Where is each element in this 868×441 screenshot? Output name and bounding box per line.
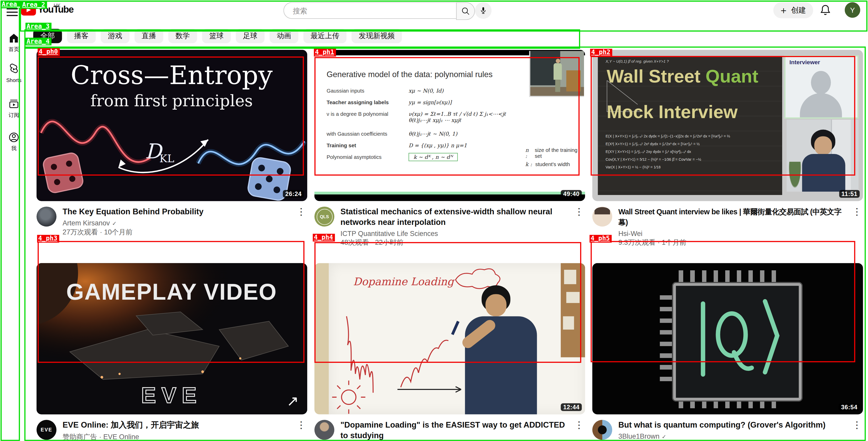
channel-avatar[interactable] <box>37 207 57 227</box>
channel-avatar[interactable]: QLS <box>314 207 334 227</box>
voice-search-button[interactable] <box>475 2 492 19</box>
ad-visit-arrow-icon: ↗ <box>287 393 299 409</box>
chip-pins <box>660 295 672 384</box>
duration-badge: 26:24 <box>283 190 304 198</box>
more-options-button[interactable]: ⋮ <box>295 420 307 441</box>
video-title[interactable]: Statistical mechanics of extensive-width… <box>340 207 573 228</box>
video-card: Generative model of the data: polynomial… <box>314 50 585 247</box>
red-die <box>42 152 84 194</box>
video-title[interactable]: Wall Street Quant interview be likes | 華… <box>618 207 851 228</box>
sidebar-item-subscriptions[interactable]: 订阅 <box>0 98 28 119</box>
more-options-button[interactable]: ⋮ <box>851 207 863 247</box>
sidebar-item-you[interactable]: 我 <box>0 131 28 152</box>
video-thumbnail[interactable]: Dopamine Loading 12:44 <box>314 263 585 414</box>
more-options-button[interactable]: ⋮ <box>851 420 863 440</box>
shorts-icon <box>8 63 20 75</box>
verified-icon: ✓ <box>112 220 117 227</box>
youtube-logo[interactable]: YouTube <box>21 4 73 16</box>
chip-pins <box>679 270 777 283</box>
more-options-button[interactable]: ⋮ <box>295 207 307 237</box>
slide-notes: n :size of the training set k :student's… <box>525 147 581 170</box>
thumb3-quant: Quant <box>705 66 758 86</box>
search-input[interactable] <box>283 2 456 19</box>
video-title[interactable]: EVE Online: 加入我们，开启宇宙之旅 <box>63 420 295 431</box>
thumb1-title-line1: Cross—Entropy <box>71 60 273 90</box>
chip-podcasts[interactable]: 播客 <box>67 29 96 43</box>
video-card: Dopamine Loading 12:44 "Dopamine Loading… <box>314 263 585 441</box>
microphone-icon <box>479 6 488 15</box>
video-title[interactable]: But what is quantum computing? (Grover's… <box>618 420 851 431</box>
channel-name[interactable]: ICTP Quantitative Life Sciences <box>340 230 573 237</box>
filter-chip-bar: 全部 播客 游戏 直播 数学 篮球 足球 动画 最近上传 发现新视频 <box>33 29 402 47</box>
subscriptions-icon <box>8 98 20 110</box>
ad-video-card: GAMEPLAY VIDEO EVE ↗ EVE EVE Online: 加入 <box>37 263 307 441</box>
channel-avatar[interactable] <box>592 420 612 440</box>
channel-name[interactable]: 3Blue1Brown✓ <box>618 433 851 440</box>
duration-badge: 12:44 <box>561 403 582 411</box>
silhouette-icon <box>800 93 842 118</box>
video-meta: 9.3万次观看 · 1个月前 <box>618 238 851 248</box>
thumb1-title-line2: from first principles <box>90 91 253 110</box>
search-button[interactable] <box>456 2 475 20</box>
chip-gaming[interactable]: 游戏 <box>101 29 130 43</box>
thumb3-mock-interview: Mock Interview <box>607 101 738 122</box>
youtube-play-icon <box>21 5 36 15</box>
sidebar-item-home[interactable]: 首页 <box>0 32 28 53</box>
cross-entropy-thumbnail-art: Cross—Entropy from first principles D KL <box>37 50 307 201</box>
channel-name[interactable]: Hsi-Wei <box>618 230 851 237</box>
chip-new-to-you[interactable]: 发现新视频 <box>351 29 402 43</box>
interviewee-webcam <box>786 120 859 192</box>
guide-menu-button[interactable] <box>5 6 19 17</box>
channel-avatar[interactable]: EVE <box>37 420 57 440</box>
chip-basketball[interactable]: 篮球 <box>202 29 231 43</box>
chip-animation[interactable]: 动画 <box>270 29 299 43</box>
video-thumbnail[interactable]: 36:54 <box>592 263 863 414</box>
notifications-button[interactable] <box>818 3 833 18</box>
thumb5-board-text: Dopamine Loading <box>353 275 454 288</box>
video-title[interactable]: The Key Equation Behind Probability <box>63 207 295 217</box>
account-circle-icon <box>8 131 20 143</box>
thumb4-eve-logo: EVE <box>141 383 202 408</box>
video-card: 36:54 But what is quantum computing? (Gr… <box>592 263 863 440</box>
channel-avatar[interactable] <box>314 420 334 440</box>
chip-all[interactable]: 全部 <box>33 29 62 43</box>
duration-badge: 36:54 <box>839 403 860 411</box>
lecturer-inset-video <box>529 51 584 97</box>
thumb1-dkl-sub: KL <box>159 152 175 165</box>
microchip <box>673 283 802 401</box>
chip-math[interactable]: 数学 <box>168 29 197 43</box>
account-avatar[interactable]: Y <box>845 2 860 18</box>
verified-icon: ✓ <box>662 434 666 440</box>
thumb3-wall-street: Wall Street <box>607 66 705 86</box>
top-bar: YouTube HK ＋ 创建 <box>0 0 868 30</box>
create-button[interactable]: ＋ 创建 <box>773 2 813 18</box>
duration-badge: 49:40 <box>561 190 582 198</box>
silhouette-icon <box>811 71 831 94</box>
chip-live[interactable]: 直播 <box>134 29 163 43</box>
video-thumbnail[interactable]: X,Y ~ U(0,1) β̂ of reg. given X+Y>1 ? Wa… <box>592 50 863 201</box>
chip-soccer[interactable]: 足球 <box>236 29 265 43</box>
video-card: X,Y ~ U(0,1) β̂ of reg. given X+Y>1 ? Wa… <box>592 50 863 247</box>
interviewer-panel: Interviewer <box>784 55 859 119</box>
video-title[interactable]: "Dopamine Loading" is the EASIEST way to… <box>340 420 573 441</box>
video-meta: 48次观看 · 22小时前 <box>340 238 573 248</box>
more-options-button[interactable]: ⋮ <box>573 420 585 441</box>
chalkboard: X,Y ~ U(0,1) β̂ of reg. given X+Y>1 ? Wa… <box>598 56 782 195</box>
more-options-button[interactable]: ⋮ <box>573 207 585 247</box>
channel-name[interactable]: Artem Kirsanov✓ <box>63 219 295 227</box>
eve-thumbnail-art: GAMEPLAY VIDEO EVE ↗ <box>37 263 307 414</box>
chip-recently-uploaded[interactable]: 最近上传 <box>303 29 347 43</box>
video-thumbnail[interactable]: GAMEPLAY VIDEO EVE ↗ <box>37 263 307 414</box>
search-icon <box>461 6 471 16</box>
video-thumbnail[interactable]: Cross—Entropy from first principles D KL <box>37 50 307 201</box>
ket-q-symbol <box>683 286 786 392</box>
mini-guide: 首页 Shorts 订阅 我 <box>0 30 28 441</box>
video-thumbnail[interactable]: Generative model of the data: polynomial… <box>314 50 585 201</box>
sidebar-item-shorts[interactable]: Shorts <box>0 63 28 83</box>
chalk-scribble: X,Y ~ U(0,1) β̂ of reg. given X+Y>1 ? <box>606 59 669 63</box>
ad-badge-and-advertiser[interactable]: 赞助商广告 · EVE Online <box>63 433 295 441</box>
region-code: HK <box>54 3 61 8</box>
channel-avatar[interactable] <box>592 207 612 227</box>
bell-icon <box>818 3 833 18</box>
plus-icon: ＋ <box>779 4 788 16</box>
